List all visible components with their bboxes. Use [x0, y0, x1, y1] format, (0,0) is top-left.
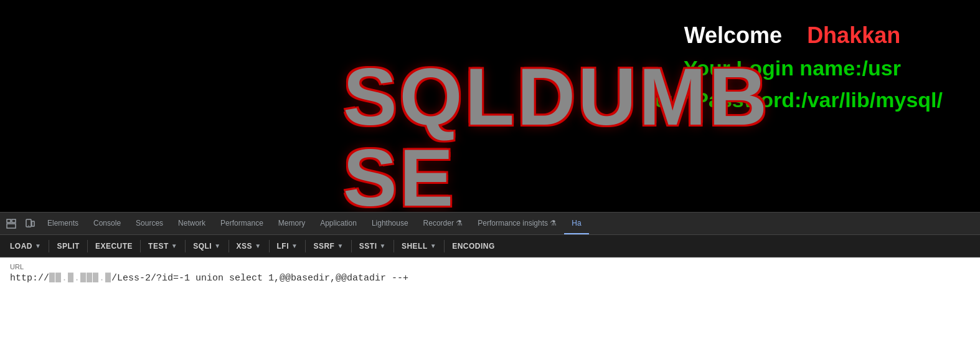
load-arrow: ▼	[35, 242, 41, 249]
shell-button[interactable]: SHELL ▼	[397, 239, 441, 253]
tab-sources[interactable]: Sources	[128, 213, 171, 234]
tab-application[interactable]: Application	[313, 213, 364, 234]
extension-toolbar: LOAD ▼ SPLIT EXECUTE TEST ▼ SQLI ▼ XSS ▼…	[0, 235, 980, 257]
tab-console[interactable]: Console	[86, 213, 128, 234]
load-button[interactable]: LOAD ▼	[5, 239, 46, 253]
tab-lighthouse[interactable]: Lighthouse	[364, 213, 416, 234]
devtools-tabs-bar: Elements Console Sources Network Perform…	[0, 213, 980, 235]
svg-point-5	[28, 225, 29, 226]
divider-9	[393, 240, 394, 252]
sqli-arrow: ▼	[214, 242, 220, 249]
svg-rect-1	[7, 224, 16, 228]
split-button[interactable]: SPLIT	[52, 239, 85, 253]
url-path: /Less-2/?id=-1 union select 1,@@basedir,…	[111, 273, 408, 284]
tab-performance-insights[interactable]: Performance insights ⚗	[470, 213, 564, 234]
tab-ha[interactable]: Ha	[564, 213, 588, 234]
ssti-arrow: ▼	[380, 242, 386, 249]
url-scheme: http://	[10, 273, 49, 284]
lfi-arrow: ▼	[291, 242, 298, 249]
divider-3	[140, 240, 141, 252]
tab-memory[interactable]: Memory	[271, 213, 313, 234]
test-button[interactable]: TEST ▼	[143, 239, 182, 253]
divider-8	[351, 240, 352, 252]
svg-rect-4	[32, 221, 34, 226]
tab-elements[interactable]: Elements	[40, 213, 86, 234]
divider-7	[305, 240, 306, 252]
svg-rect-0	[7, 219, 11, 223]
test-arrow: ▼	[171, 242, 177, 249]
divider-2	[87, 240, 88, 252]
ssrf-button[interactable]: SSRF ▼	[308, 239, 348, 253]
inspector-icon[interactable]	[2, 215, 20, 232]
svg-rect-2	[12, 219, 16, 223]
url-host-blurred: ██.█.███.█	[49, 273, 111, 284]
divider-1	[49, 240, 49, 252]
divider-6	[269, 240, 270, 252]
tab-performance[interactable]: Performance	[213, 213, 271, 234]
sqli-button[interactable]: SQLI ▼	[188, 239, 225, 253]
lfi-button[interactable]: LFI ▼	[272, 239, 303, 253]
shell-arrow: ▼	[430, 242, 436, 249]
url-section: URL http://██.█.███.█/Less-2/?id=-1 unio…	[0, 257, 980, 289]
divider-5	[229, 240, 229, 252]
devtools-panel: Elements Console Sources Network Perform…	[0, 212, 980, 289]
execute-button[interactable]: EXECUTE	[90, 239, 138, 253]
welcome-name: Dhakkan	[807, 22, 900, 48]
ssti-button[interactable]: SSTI ▼	[354, 239, 391, 253]
ssrf-arrow: ▼	[337, 242, 343, 249]
device-toggle-icon[interactable]	[21, 215, 39, 232]
tab-network[interactable]: Network	[171, 213, 213, 234]
url-label: URL	[10, 263, 970, 271]
xss-arrow: ▼	[255, 242, 261, 249]
tab-recorder[interactable]: Recorder ⚗	[416, 213, 471, 234]
xss-button[interactable]: XSS ▼	[232, 239, 266, 253]
webpage-area: Welcome Dhakkan Your Login name:/usr You…	[0, 0, 980, 212]
welcome-label: Welcome	[684, 22, 782, 48]
sqldumb-banner: SQLDUMB SE	[343, 56, 833, 212]
encoding-button[interactable]: ENCODING	[447, 239, 500, 253]
divider-4	[185, 240, 186, 252]
divider-10	[444, 240, 445, 252]
url-value: http://██.█.███.█/Less-2/?id=-1 union se…	[10, 273, 970, 284]
